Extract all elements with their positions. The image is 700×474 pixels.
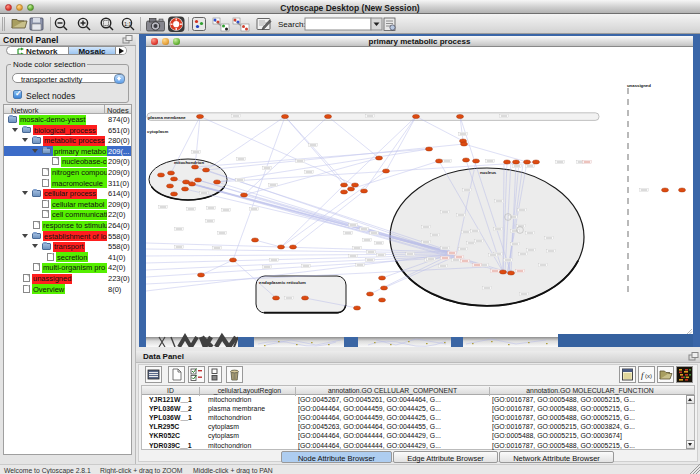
svg-text:(x): (x) (645, 373, 652, 379)
svg-text:plasma membrane: plasma membrane (148, 115, 186, 120)
svg-text:endoplasmic reticulum: endoplasmic reticulum (259, 280, 306, 285)
svg-text:Search:: Search: (278, 20, 306, 29)
svg-text:1:1: 1:1 (124, 21, 132, 27)
svg-text:cytoplasm: cytoplasm (147, 129, 168, 134)
svg-text:mitochondrion: mitochondrion (174, 160, 204, 165)
svg-text:nucleus: nucleus (480, 170, 497, 175)
svg-text:unassigned: unassigned (627, 83, 651, 88)
